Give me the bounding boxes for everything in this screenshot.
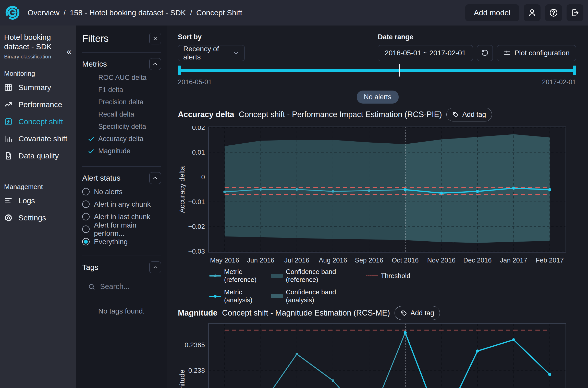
sidebar-item-label: Covariate shift xyxy=(18,134,67,143)
slider-start-date: 2016-05-01 xyxy=(178,78,212,86)
tag-search-input[interactable] xyxy=(100,282,156,291)
sort-by-label: Sort by xyxy=(178,33,245,41)
chart2-title-row: Magnitude Concept shift - Magnitude Esti… xyxy=(178,306,440,320)
legend-item-band-reference: Confidence band (reference) xyxy=(271,268,366,284)
filters-panel: Filters Metrics ROC AUC delta F1 delta P… xyxy=(76,26,167,388)
sort-by-control: Sort by Recency of alerts xyxy=(178,33,245,61)
date-range-slider xyxy=(178,64,576,77)
metric-option-magnitude[interactable]: Magnitude xyxy=(76,145,167,157)
sidebar-item-logs[interactable]: Logs xyxy=(0,192,76,209)
sidebar-item-covariate-shift[interactable]: Covariate shift xyxy=(0,130,76,147)
alert-status-option-main-performance[interactable]: Alert for main perform... xyxy=(76,223,167,235)
breadcrumb-model[interactable]: 158 - Hotel booking dataset - SDK xyxy=(70,8,186,17)
filters-title: Filters xyxy=(82,33,161,44)
legend-swatch-band-analysis xyxy=(271,294,283,298)
metric-label: Recall delta xyxy=(98,110,134,118)
sidebar-item-settings[interactable]: Settings xyxy=(0,209,76,227)
sidebar-item-label: Settings xyxy=(18,214,46,222)
metrics-collapse-button[interactable] xyxy=(149,58,161,70)
metrics-heading: Metrics xyxy=(82,60,161,68)
legend-label: Confidence band (analysis) xyxy=(286,288,366,304)
radio-icon xyxy=(82,213,90,220)
sidebar-item-concept-shift[interactable]: Concept shift xyxy=(0,113,76,130)
sidebar-collapse-button[interactable]: « xyxy=(67,47,71,56)
tags-collapse-button[interactable] xyxy=(149,261,161,273)
filters-close-button[interactable] xyxy=(149,33,161,44)
chevron-up-icon xyxy=(152,264,158,270)
sidebar-item-summary[interactable]: Summary xyxy=(0,79,76,96)
svg-text:Feb 2017: Feb 2017 xyxy=(536,256,564,264)
date-range-value: 2016-05-01 ~ 2017-02-01 xyxy=(385,49,466,57)
legend-swatch-metric-analysis xyxy=(209,296,221,297)
history-icon xyxy=(481,49,489,57)
legend-swatch-threshold xyxy=(366,276,378,276)
svg-text:Nov 2016: Nov 2016 xyxy=(427,256,456,264)
slider-handle-end[interactable] xyxy=(573,66,576,75)
metric-label: Magnitude xyxy=(98,147,130,155)
top-navbar: Overview / 158 - Hotel booking dataset -… xyxy=(0,0,588,26)
svg-text:Aug 2016: Aug 2016 xyxy=(319,256,347,264)
alert-status-option-any-chunk[interactable]: Alert in any chunk xyxy=(76,198,167,210)
no-alerts-badge: No alerts xyxy=(357,91,398,104)
slider-track[interactable] xyxy=(178,69,576,72)
metric-option-specificity-delta[interactable]: Specificity delta xyxy=(76,120,167,133)
slider-handle-start[interactable] xyxy=(178,66,181,75)
logout-button[interactable] xyxy=(567,4,583,21)
sort-by-select[interactable]: Recency of alerts xyxy=(178,45,245,61)
chart2-add-tag-button[interactable]: Add tag xyxy=(395,306,440,320)
chevron-up-icon xyxy=(152,61,158,67)
sidebar-item-label: Concept shift xyxy=(18,117,63,126)
svg-text:Accuracy delta: Accuracy delta xyxy=(178,166,186,213)
reset-date-range-button[interactable] xyxy=(477,45,493,61)
plot-configuration-button[interactable]: Plot configuration xyxy=(497,45,576,61)
user-icon xyxy=(528,8,537,17)
svg-text:0.2385: 0.2385 xyxy=(185,341,205,349)
date-range-input[interactable]: 2016-05-01 ~ 2017-02-01 xyxy=(378,45,473,61)
tags-heading: Tags xyxy=(82,263,161,272)
slider-current-marker[interactable] xyxy=(399,64,400,77)
metric-option-accuracy-delta[interactable]: Accuracy delta xyxy=(76,133,167,145)
legend-label: Threshold xyxy=(381,272,410,280)
breadcrumb: Overview / 158 - Hotel booking dataset -… xyxy=(28,8,242,17)
svg-text:Dec 2016: Dec 2016 xyxy=(463,256,492,264)
summary-grid-icon xyxy=(4,83,13,92)
radio-label: Alert for main perform... xyxy=(94,221,167,237)
metric-option-recall-delta[interactable]: Recall delta xyxy=(76,108,167,120)
performance-trend-icon xyxy=(4,100,13,109)
magnitude-chart[interactable]: 0.23850.238Magnitude xyxy=(178,323,568,388)
add-model-button[interactable]: Add model xyxy=(465,4,519,21)
legend-swatch-metric-reference xyxy=(209,275,221,277)
checkmark-icon xyxy=(88,148,94,155)
sidebar-item-performance[interactable]: Performance xyxy=(0,96,76,113)
chart1-add-tag-button[interactable]: Add tag xyxy=(446,108,492,121)
radio-label: Alert in any chunk xyxy=(94,200,151,208)
radio-icon xyxy=(82,188,90,195)
metric-option-f1-delta[interactable]: F1 delta xyxy=(76,84,167,96)
svg-text:−0.01: −0.01 xyxy=(188,198,205,206)
sidebar-item-label: Performance xyxy=(18,100,62,109)
breadcrumb-current: Concept Shift xyxy=(196,8,242,17)
chart-legend: Metric (reference) Confidence band (refe… xyxy=(209,268,410,304)
metric-option-precision-delta[interactable]: Precision delta xyxy=(76,96,167,108)
radio-label: Alert in last chunk xyxy=(94,213,150,221)
sidebar-item-data-quality[interactable]: Data quality xyxy=(0,147,76,165)
model-title: Hotel booking dataset - SDK xyxy=(4,33,68,52)
help-button[interactable] xyxy=(545,4,562,21)
nannyml-logo[interactable] xyxy=(5,5,20,21)
breadcrumb-overview[interactable]: Overview xyxy=(28,8,59,17)
date-range-control: Date range 2016-05-01 ~ 2017-02-01 Plot … xyxy=(378,33,576,61)
user-button[interactable] xyxy=(524,4,541,21)
alert-status-collapse-button[interactable] xyxy=(149,172,161,184)
breadcrumb-separator: / xyxy=(64,8,66,17)
alert-status-option-no-alerts[interactable]: No alerts xyxy=(76,185,167,198)
model-sidebar: Hotel booking dataset - SDK « Binary cla… xyxy=(0,26,76,388)
radio-icon xyxy=(82,226,90,233)
chevron-down-icon xyxy=(233,50,239,56)
alert-status-heading: Alert status xyxy=(82,174,161,182)
radio-label: No alerts xyxy=(94,188,122,196)
accuracy-delta-chart[interactable]: 0.020.010−0.01−0.02−0.03May 2016Jun 2016… xyxy=(178,126,568,269)
chevron-up-icon xyxy=(152,175,158,181)
metric-label: Specificity delta xyxy=(98,123,146,131)
sidebar-item-label: Logs xyxy=(18,196,35,205)
metric-option-roc-auc-delta[interactable]: ROC AUC delta xyxy=(76,71,167,84)
